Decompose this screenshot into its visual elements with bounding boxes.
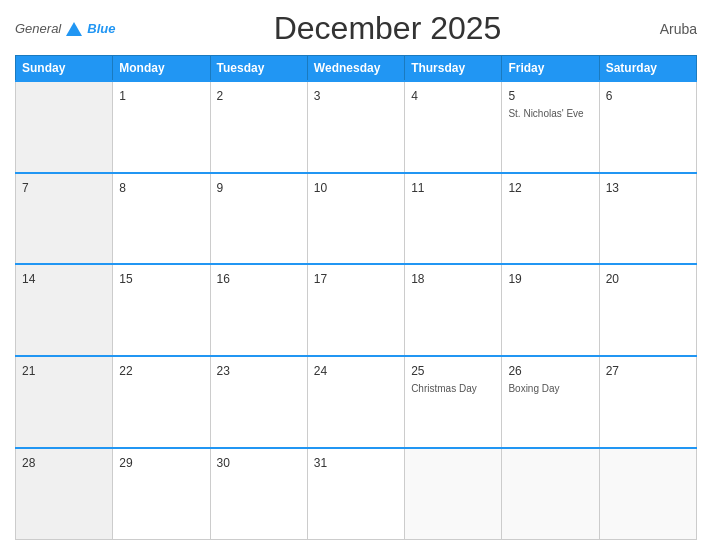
holiday-name: Christmas Day bbox=[411, 382, 495, 395]
day-number: 26 bbox=[508, 364, 521, 378]
week-row-4: 2122232425Christmas Day26Boxing Day27 bbox=[16, 356, 697, 448]
day-number: 13 bbox=[606, 181, 619, 195]
day-cell-w1-d5: 4 bbox=[405, 81, 502, 173]
day-cell-w3-d3: 16 bbox=[210, 264, 307, 356]
day-number: 28 bbox=[22, 456, 35, 470]
day-cell-w3-d2: 15 bbox=[113, 264, 210, 356]
day-number: 6 bbox=[606, 89, 613, 103]
header: General Blue December 2025 Aruba bbox=[15, 10, 697, 47]
day-cell-w3-d1: 14 bbox=[16, 264, 113, 356]
day-number: 21 bbox=[22, 364, 35, 378]
day-number: 24 bbox=[314, 364, 327, 378]
holiday-name: Boxing Day bbox=[508, 382, 592, 395]
header-wednesday: Wednesday bbox=[307, 56, 404, 82]
day-cell-w4-d3: 23 bbox=[210, 356, 307, 448]
day-number: 4 bbox=[411, 89, 418, 103]
day-cell-w1-d3: 2 bbox=[210, 81, 307, 173]
day-cell-w5-d1: 28 bbox=[16, 448, 113, 540]
day-cell-w1-d7: 6 bbox=[599, 81, 696, 173]
day-number: 8 bbox=[119, 181, 126, 195]
day-number: 1 bbox=[119, 89, 126, 103]
day-cell-w5-d3: 30 bbox=[210, 448, 307, 540]
day-number: 23 bbox=[217, 364, 230, 378]
day-cell-w4-d2: 22 bbox=[113, 356, 210, 448]
day-number: 9 bbox=[217, 181, 224, 195]
day-number: 31 bbox=[314, 456, 327, 470]
day-cell-w4-d4: 24 bbox=[307, 356, 404, 448]
country-label: Aruba bbox=[660, 21, 697, 37]
day-number: 3 bbox=[314, 89, 321, 103]
day-cell-w4-d1: 21 bbox=[16, 356, 113, 448]
day-number: 7 bbox=[22, 181, 29, 195]
day-cell-w5-d2: 29 bbox=[113, 448, 210, 540]
logo-blue: Blue bbox=[87, 21, 115, 36]
logo: General Blue bbox=[15, 21, 115, 36]
week-row-1: 12345St. Nicholas' Eve6 bbox=[16, 81, 697, 173]
day-number: 20 bbox=[606, 272, 619, 286]
day-number: 18 bbox=[411, 272, 424, 286]
day-cell-w5-d4: 31 bbox=[307, 448, 404, 540]
day-number: 17 bbox=[314, 272, 327, 286]
day-cell-w3-d6: 19 bbox=[502, 264, 599, 356]
day-cell-w2-d4: 10 bbox=[307, 173, 404, 265]
day-cell-w3-d7: 20 bbox=[599, 264, 696, 356]
day-cell-w4-d5: 25Christmas Day bbox=[405, 356, 502, 448]
day-cell-w5-d6 bbox=[502, 448, 599, 540]
month-title: December 2025 bbox=[274, 10, 502, 47]
logo-general: General bbox=[15, 21, 61, 36]
day-cell-w3-d5: 18 bbox=[405, 264, 502, 356]
header-monday: Monday bbox=[113, 56, 210, 82]
holiday-name: St. Nicholas' Eve bbox=[508, 107, 592, 120]
week-row-5: 28293031 bbox=[16, 448, 697, 540]
day-number: 15 bbox=[119, 272, 132, 286]
days-header-row: Sunday Monday Tuesday Wednesday Thursday… bbox=[16, 56, 697, 82]
day-number: 12 bbox=[508, 181, 521, 195]
day-number: 19 bbox=[508, 272, 521, 286]
header-tuesday: Tuesday bbox=[210, 56, 307, 82]
day-number: 10 bbox=[314, 181, 327, 195]
calendar-page: General Blue December 2025 Aruba Sunday … bbox=[0, 0, 712, 550]
day-cell-w5-d5 bbox=[405, 448, 502, 540]
day-number: 30 bbox=[217, 456, 230, 470]
header-thursday: Thursday bbox=[405, 56, 502, 82]
day-cell-w3-d4: 17 bbox=[307, 264, 404, 356]
day-cell-w2-d7: 13 bbox=[599, 173, 696, 265]
day-cell-w2-d6: 12 bbox=[502, 173, 599, 265]
day-cell-w2-d5: 11 bbox=[405, 173, 502, 265]
day-number: 22 bbox=[119, 364, 132, 378]
day-cell-w2-d3: 9 bbox=[210, 173, 307, 265]
day-number: 27 bbox=[606, 364, 619, 378]
header-sunday: Sunday bbox=[16, 56, 113, 82]
calendar-table: Sunday Monday Tuesday Wednesday Thursday… bbox=[15, 55, 697, 540]
day-cell-w2-d2: 8 bbox=[113, 173, 210, 265]
header-saturday: Saturday bbox=[599, 56, 696, 82]
day-number: 14 bbox=[22, 272, 35, 286]
day-cell-w4-d6: 26Boxing Day bbox=[502, 356, 599, 448]
day-cell-w4-d7: 27 bbox=[599, 356, 696, 448]
day-cell-w2-d1: 7 bbox=[16, 173, 113, 265]
week-row-2: 78910111213 bbox=[16, 173, 697, 265]
day-cell-w1-d2: 1 bbox=[113, 81, 210, 173]
day-cell-w1-d6: 5St. Nicholas' Eve bbox=[502, 81, 599, 173]
day-number: 2 bbox=[217, 89, 224, 103]
day-number: 29 bbox=[119, 456, 132, 470]
day-number: 16 bbox=[217, 272, 230, 286]
header-friday: Friday bbox=[502, 56, 599, 82]
day-cell-w5-d7 bbox=[599, 448, 696, 540]
week-row-3: 14151617181920 bbox=[16, 264, 697, 356]
day-number: 5 bbox=[508, 89, 515, 103]
day-cell-w1-d1 bbox=[16, 81, 113, 173]
day-number: 11 bbox=[411, 181, 424, 195]
logo-triangle-icon bbox=[66, 22, 82, 36]
day-cell-w1-d4: 3 bbox=[307, 81, 404, 173]
day-number: 25 bbox=[411, 364, 424, 378]
